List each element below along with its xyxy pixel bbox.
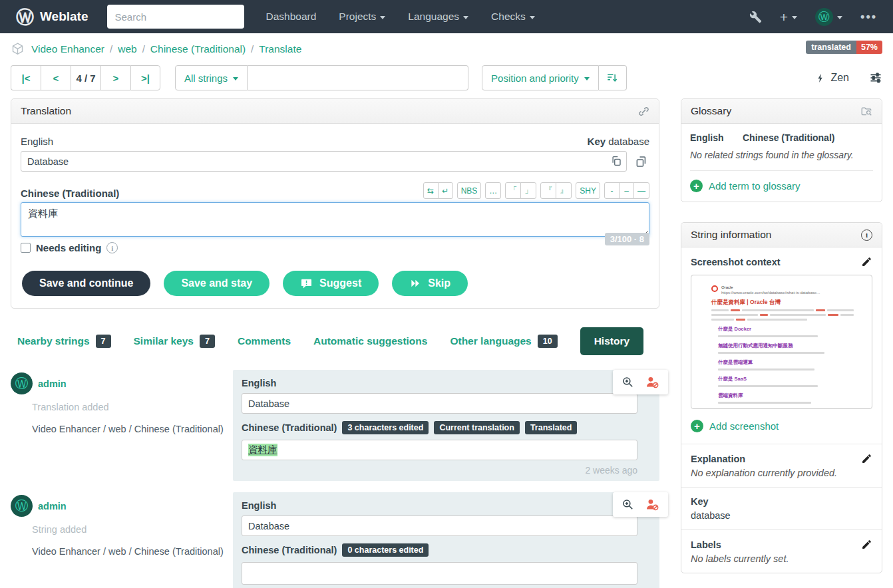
admin-wrench-button[interactable]: [749, 11, 762, 23]
pager-position[interactable]: 4 / 7: [71, 65, 100, 90]
save-and-continue-button[interactable]: Save and continue: [22, 271, 150, 296]
insert-open-corner-bracket-button[interactable]: 「: [505, 182, 521, 199]
sort-amount-icon: [606, 72, 618, 84]
nav-projects-menu[interactable]: Projects: [327, 0, 397, 33]
pencil-icon: [861, 453, 872, 464]
translate-toolbar: |< < 4 / 7 > >| All strings Position and…: [0, 63, 893, 90]
history-username[interactable]: admin: [38, 378, 67, 389]
insert-en-dash-button[interactable]: –: [619, 182, 634, 199]
add-term-to-glossary-link[interactable]: + Add term to glossary: [690, 171, 873, 198]
tab-count-badge: 10: [538, 335, 558, 348]
insert-open-white-corner-bracket-button[interactable]: 『: [540, 182, 556, 199]
tab-other-languages[interactable]: Other languages10: [450, 335, 557, 348]
weblate-logo-icon: Ⓦ: [16, 8, 34, 26]
pencil-icon: [861, 256, 872, 267]
glossary-empty-message: No related strings found in the glossary…: [690, 150, 873, 171]
insert-nbsp-button[interactable]: NBS: [457, 182, 482, 199]
user-menu-button[interactable]: Ⓦ: [815, 8, 842, 26]
translation-textarea[interactable]: 資料庫: [21, 202, 649, 237]
breadcrumb-page[interactable]: Translate: [259, 43, 301, 55]
source-string-input[interactable]: [21, 151, 627, 172]
glossary-title: Glossary: [691, 105, 731, 117]
needs-editing-info-icon[interactable]: i: [106, 242, 118, 253]
tab-count-badge: 7: [96, 335, 111, 348]
tab-comments[interactable]: Comments: [238, 335, 291, 347]
sort-direction-button[interactable]: [599, 65, 627, 90]
first-string-button[interactable]: |<: [11, 65, 41, 90]
suggest-button[interactable]: Suggest: [283, 271, 379, 296]
clone-to-translation-button[interactable]: [633, 154, 649, 170]
breadcrumb-component[interactable]: web: [118, 43, 136, 55]
insert-close-corner-bracket-button[interactable]: 」: [520, 182, 536, 199]
tab-nearby-strings[interactable]: Nearby strings7: [17, 335, 111, 348]
info-icon[interactable]: i: [861, 229, 872, 241]
nav-right-tools: + Ⓦ •••: [749, 8, 877, 26]
zoom-detail-button[interactable]: [622, 498, 634, 511]
history-entry-meta: Ⓦ admin Translation added Video Enhancer…: [11, 370, 233, 481]
copy-source-icon[interactable]: [610, 155, 622, 167]
screenshot-thumbnail[interactable]: Oracle https://www.oracle.com/tw/databas…: [691, 275, 872, 409]
browse-glossary-button[interactable]: [860, 105, 872, 117]
nav-checks-menu[interactable]: Checks: [480, 0, 546, 33]
thumb-result-title: 什麼是資料庫 | Oracle 台灣: [711, 299, 864, 307]
tab-automatic-suggestions[interactable]: Automatic suggestions: [313, 335, 427, 347]
more-menu-button[interactable]: •••: [860, 10, 877, 24]
save-and-stay-button[interactable]: Save and stay: [164, 271, 269, 296]
user-avatar[interactable]: Ⓦ: [11, 495, 33, 517]
top-navbar: Ⓦ Weblate Dashboard Projects Languages C…: [0, 0, 893, 33]
insert-hyphen-button[interactable]: -: [604, 182, 620, 199]
toolbar-right: Zen: [816, 71, 882, 84]
strings-filter-dropdown[interactable]: All strings: [175, 65, 248, 90]
breadcrumb-language[interactable]: Chinese (Traditional): [150, 43, 246, 55]
breadcrumb-project[interactable]: Video Enhancer: [31, 43, 104, 55]
tab-history[interactable]: History: [580, 327, 643, 355]
insert-newline-button[interactable]: ↵: [438, 182, 453, 199]
zen-mode-button[interactable]: Zen: [816, 72, 849, 84]
history-breadcrumb[interactable]: Video Enhancer / web / Chinese (Traditio…: [32, 546, 233, 557]
history-entry: Ⓦ admin String added Video Enhancer / we…: [11, 492, 659, 588]
history-breadcrumb[interactable]: Video Enhancer / web / Chinese (Traditio…: [32, 424, 233, 434]
card-source-label: English: [242, 378, 637, 388]
edit-screenshot-button[interactable]: [861, 256, 872, 267]
string-pager: |< < 4 / 7 > >|: [11, 65, 160, 90]
permalink-button[interactable]: [638, 106, 649, 117]
user-avatar[interactable]: Ⓦ: [11, 372, 33, 394]
search-input[interactable]: [107, 5, 244, 29]
zoom-detail-button[interactable]: [622, 376, 634, 388]
needs-editing-checkbox[interactable]: [21, 243, 31, 253]
glossary-panel: Glossary English Chinese (Traditional) N…: [681, 98, 882, 202]
history-username[interactable]: admin: [38, 501, 67, 512]
insert-soft-hyphen-button[interactable]: SHY: [576, 182, 600, 199]
weblate-brand[interactable]: Ⓦ Weblate: [16, 8, 89, 26]
needs-editing-label: Needs editing: [36, 242, 101, 253]
add-screenshot-link[interactable]: + Add screenshot: [691, 409, 872, 435]
insert-ellipsis-button[interactable]: …: [485, 182, 501, 199]
tab-similar-keys[interactable]: Similar keys7: [134, 335, 215, 348]
sort-dropdown[interactable]: Position and priority: [482, 65, 599, 90]
filter-search-group: All strings: [175, 65, 468, 90]
translation-panel-title: Translation: [21, 105, 71, 117]
next-string-button[interactable]: >: [100, 65, 130, 90]
nav-dashboard[interactable]: Dashboard: [255, 0, 328, 33]
breadcrumb: Video Enhancer / web / Chinese (Traditio…: [0, 33, 893, 63]
add-menu-button[interactable]: +: [780, 10, 797, 24]
edit-labels-button[interactable]: [861, 539, 872, 550]
settings-tune-button[interactable]: [869, 71, 882, 84]
strings-search-input[interactable]: [248, 65, 468, 90]
insert-em-dash-button[interactable]: —: [633, 182, 649, 199]
report-user-button[interactable]: [645, 375, 659, 389]
last-string-button[interactable]: >|: [130, 65, 160, 90]
edit-explanation-button[interactable]: [861, 453, 872, 464]
insert-tab-button[interactable]: ⇆: [423, 182, 439, 199]
report-user-button[interactable]: [645, 498, 659, 512]
current-translation-badge: Current translation: [434, 421, 520, 434]
plus-circle-icon: +: [690, 180, 703, 192]
prev-string-button[interactable]: <: [41, 65, 71, 90]
string-information-header: String information i: [681, 223, 882, 247]
suggest-bubble-icon: [300, 277, 313, 290]
string-information-title: String information: [691, 229, 771, 241]
skip-button[interactable]: Skip: [392, 271, 468, 296]
nav-languages-menu[interactable]: Languages: [397, 0, 480, 33]
insert-close-white-corner-bracket-button[interactable]: 』: [556, 182, 572, 199]
card-source-label: English: [242, 500, 637, 511]
